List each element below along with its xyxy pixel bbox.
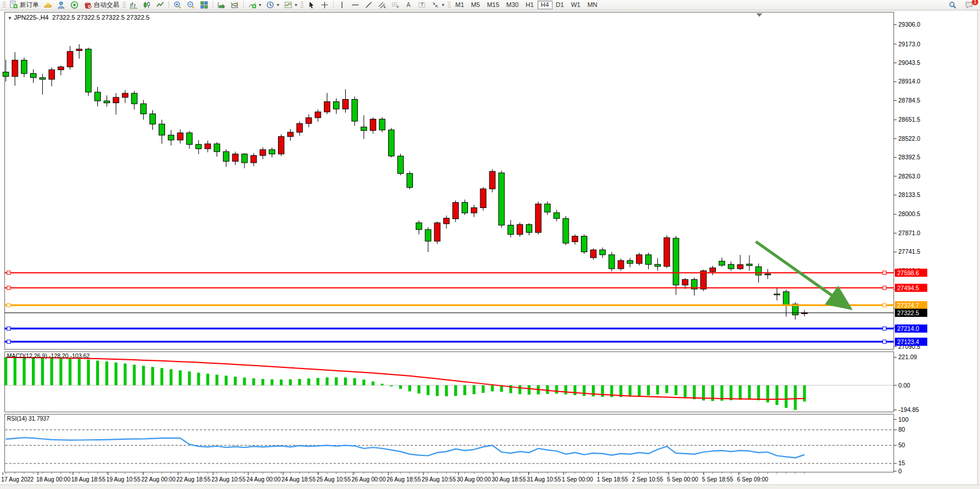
periods-button[interactable]: ▾ <box>264 1 281 10</box>
chart-canvas[interactable]: 29306.029173.029043.528914.028784.528651… <box>0 0 980 489</box>
candle <box>12 60 18 76</box>
candle <box>728 264 734 269</box>
timeframe-button-m30[interactable]: M30 <box>503 1 522 9</box>
chevron-down-icon: ▾ <box>277 2 279 8</box>
timeframe-button-mn[interactable]: MN <box>584 1 601 9</box>
indicators-button[interactable]: ▾ <box>246 1 264 10</box>
line-handle[interactable] <box>7 327 10 330</box>
candle <box>260 149 266 155</box>
line-handle[interactable] <box>883 304 886 307</box>
timeframe-button-h4[interactable]: H4 <box>537 1 553 9</box>
navigator-button[interactable] <box>54 1 68 10</box>
chevron-down-icon: ▾ <box>442 2 444 8</box>
new-order-button[interactable]: 新订单 <box>7 1 41 10</box>
trendline-button[interactable] <box>362 1 375 10</box>
channel-button[interactable]: E <box>375 1 389 10</box>
rsi-scale-label: 100 <box>898 416 909 423</box>
terminal-icon <box>70 1 79 9</box>
crosshair-button[interactable] <box>318 1 331 10</box>
line-handle[interactable] <box>7 304 10 307</box>
zoom-out-button[interactable] <box>184 1 198 10</box>
macd-histogram-bar <box>803 385 806 402</box>
fibonacci-button[interactable]: F <box>389 1 402 10</box>
candle <box>765 274 771 275</box>
market-watch-button[interactable] <box>41 1 54 10</box>
toolbar-grip <box>448 2 451 9</box>
bar-chart-button[interactable] <box>127 1 140 10</box>
macd-histogram-bar <box>215 375 218 385</box>
toolbar-grip <box>123 2 126 9</box>
time-tick-label: 18 Aug 00:00 <box>36 476 71 483</box>
line-handle[interactable] <box>883 340 886 344</box>
zoom-in-button[interactable] <box>171 1 184 10</box>
price-tick-label: 27741.5 <box>898 248 920 255</box>
macd-histogram-bar <box>628 385 631 396</box>
time-tick-label: 24 Aug 00:00 <box>247 476 281 483</box>
candle <box>609 255 615 269</box>
line-handle[interactable] <box>7 271 10 275</box>
line-handle[interactable] <box>883 286 886 290</box>
candle <box>526 225 532 233</box>
timeframe-button-m15[interactable]: M15 <box>484 1 503 9</box>
line-chart-button[interactable] <box>153 1 167 10</box>
candle <box>150 114 156 125</box>
candle <box>58 67 64 70</box>
line-handle[interactable] <box>7 340 10 344</box>
vertical-line-button[interactable] <box>335 1 349 10</box>
horizontal-line-button[interactable] <box>349 1 362 10</box>
timeframe-button-w1[interactable]: W1 <box>568 1 584 9</box>
search-button[interactable] <box>946 1 959 10</box>
chart-title-row[interactable]: ▼JPN225-,H4 27322.5 27322.5 27322.5 2732… <box>8 14 149 21</box>
terminal-button[interactable] <box>68 1 81 10</box>
timeframe-button-m5[interactable]: M5 <box>467 1 483 9</box>
macd-histogram-bar <box>280 379 283 385</box>
templates-button[interactable]: ▾ <box>281 1 299 10</box>
auto-scroll-button[interactable] <box>215 1 228 10</box>
shapes-button[interactable]: ▾ <box>429 1 447 10</box>
vertical-line-icon <box>338 1 346 9</box>
macd-histogram-bar <box>785 385 788 408</box>
main-pane[interactable] <box>5 12 894 349</box>
cursor-button[interactable] <box>305 1 318 10</box>
price-line-badge-label: 27322.5 <box>897 309 919 316</box>
macd-pane[interactable] <box>5 352 894 412</box>
time-tick-label: 26 Aug 18:55 <box>387 476 421 483</box>
price-line-badge-label: 27494.5 <box>897 284 919 291</box>
line-handle[interactable] <box>883 327 886 330</box>
timeframe-button-m1[interactable]: M1 <box>452 1 467 9</box>
time-tick-label: 17 Aug 2022 <box>1 476 34 483</box>
autotrading-icon <box>83 1 92 9</box>
cursor-icon <box>307 1 316 9</box>
tile-windows-button[interactable] <box>198 1 211 10</box>
line-handle[interactable] <box>7 286 10 290</box>
candle <box>508 225 514 235</box>
label-button[interactable]: T <box>415 1 429 10</box>
autotrading-button[interactable]: 自动交易 <box>81 1 122 10</box>
line-handle[interactable] <box>883 271 886 275</box>
time-tick-label: 6 Sep 09:00 <box>737 476 769 483</box>
candle <box>664 238 670 267</box>
candle <box>673 238 679 285</box>
chart-shift-button[interactable] <box>228 1 242 10</box>
quote-values: 27322.5 27322.5 27322.5 27322.5 <box>52 14 149 21</box>
candle <box>168 135 174 140</box>
candle <box>783 291 789 305</box>
candle <box>462 203 468 213</box>
notifications-button[interactable]: 1 <box>963 1 976 10</box>
macd-histogram-bar <box>518 385 521 394</box>
macd-pane-label: MACD(12,26,9) -128.20 -103.62 <box>7 353 90 359</box>
text-button[interactable]: A <box>402 1 415 10</box>
macd-histogram-bar <box>234 377 237 385</box>
candle <box>582 236 587 252</box>
macd-histogram-bar <box>326 377 328 385</box>
candle <box>453 203 459 219</box>
candlestick-chart-button[interactable] <box>140 1 153 10</box>
candle <box>31 74 36 78</box>
timeframe-button-d1[interactable]: D1 <box>553 1 568 9</box>
timeframe-button-h1[interactable]: H1 <box>522 1 537 9</box>
price-tick-label: 27871.0 <box>898 229 920 236</box>
candle <box>342 100 348 110</box>
symbol-dropdown-icon[interactable]: ▼ <box>8 16 12 21</box>
time-tick-label: 5 Sep 18:55 <box>702 476 733 483</box>
macd-histogram-bar <box>5 357 8 385</box>
